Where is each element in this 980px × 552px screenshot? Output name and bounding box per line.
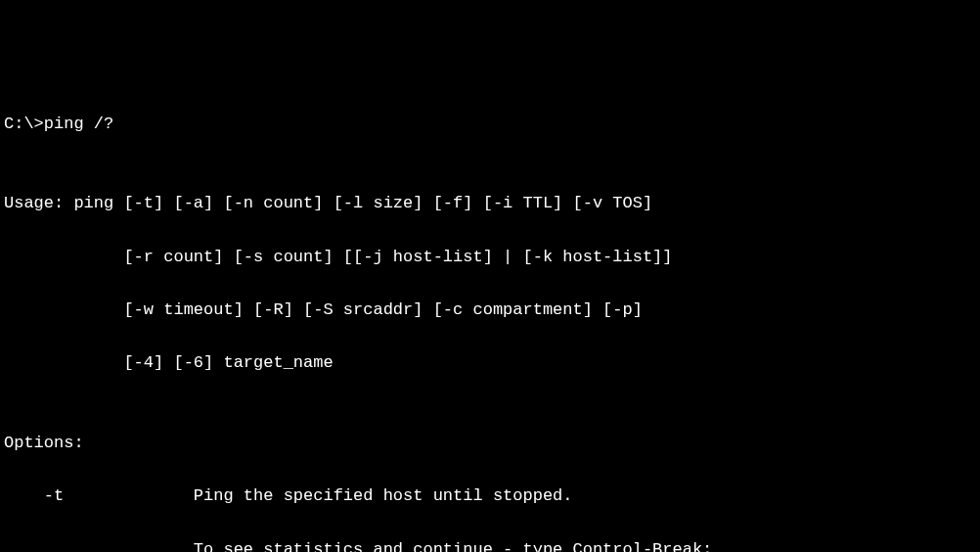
- usage-line-2: [-r count] [-s count] [[-j host-list] | …: [4, 244, 980, 270]
- usage-line-4: [-4] [-6] target_name: [4, 349, 980, 376]
- options-header: Options:: [4, 430, 980, 456]
- usage-line-3: [-w timeout] [-R] [-S srcaddr] [-c compa…: [4, 297, 980, 323]
- usage-line-1: Usage: ping [-t] [-a] [-n count] [-l siz…: [4, 190, 980, 216]
- command-prompt-line: C:\>ping /?: [4, 111, 980, 137]
- option-t-line-1: -t Ping the specified host until stopped…: [4, 483, 980, 509]
- option-t-line-2: To see statistics and continue - type Co…: [4, 536, 980, 552]
